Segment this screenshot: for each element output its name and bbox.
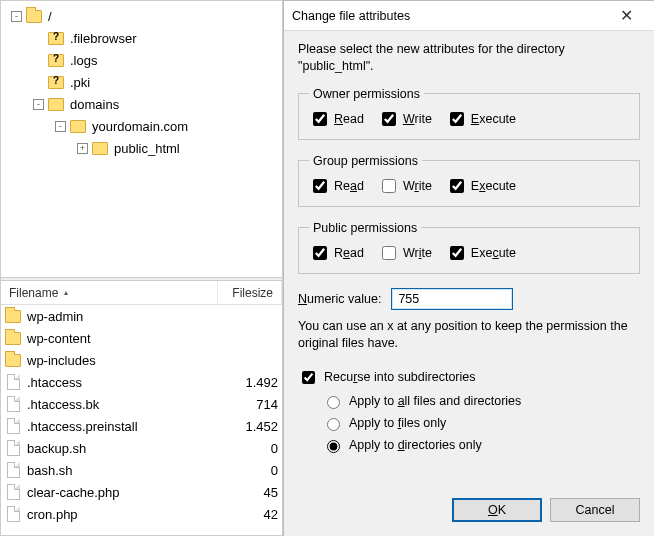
list-item[interactable]: wp-content xyxy=(1,327,282,349)
public-write[interactable]: Write xyxy=(378,243,432,263)
list-item[interactable]: .htaccess1.492 xyxy=(1,371,282,393)
public-read[interactable]: Read xyxy=(309,243,364,263)
tree-node[interactable]: -yourdomain.com xyxy=(1,115,282,137)
folder-icon xyxy=(5,308,21,324)
group-read-checkbox[interactable] xyxy=(313,179,327,193)
file-icon xyxy=(5,374,21,390)
tree-node-label: .logs xyxy=(70,53,97,68)
group-permissions-group: Group permissions Read Write Execute xyxy=(298,154,640,207)
tree-node[interactable]: +public_html xyxy=(1,137,282,159)
list-item[interactable]: backup.sh0 xyxy=(1,437,282,459)
owner-write-checkbox[interactable] xyxy=(382,112,396,126)
tree-node-label: domains xyxy=(70,97,119,112)
dialog-body: Please select the new attributes for the… xyxy=(284,31,654,498)
group-legend: Group permissions xyxy=(309,154,422,168)
ok-button[interactable]: OK xyxy=(452,498,542,522)
dialog-title: Change file attributes xyxy=(292,9,606,23)
owner-execute-checkbox[interactable] xyxy=(450,112,464,126)
collapse-icon[interactable]: - xyxy=(11,11,22,22)
public-execute-checkbox[interactable] xyxy=(450,246,464,260)
group-execute-checkbox[interactable] xyxy=(450,179,464,193)
instruction-pre: Please select the new attributes for the… xyxy=(298,42,565,56)
recurse-opt-dirs-radio[interactable] xyxy=(327,440,340,453)
tree-node-label: public_html xyxy=(114,141,180,156)
recurse-opt-all-radio[interactable] xyxy=(327,396,340,409)
file-name: .htaccess xyxy=(27,375,222,390)
list-item[interactable]: .htaccess.preinstall1.452 xyxy=(1,415,282,437)
numeric-label: Numeric value: xyxy=(298,292,381,306)
tree-node-label: .pki xyxy=(70,75,90,90)
public-permissions-group: Public permissions Read Write Execute xyxy=(298,221,640,274)
tree-spacer xyxy=(33,33,44,44)
collapse-icon[interactable]: - xyxy=(55,121,66,132)
file-size: 714 xyxy=(222,397,278,412)
owner-read[interactable]: Read xyxy=(309,109,364,129)
group-execute[interactable]: Execute xyxy=(446,176,516,196)
recurse-opt-all[interactable]: Apply to all files and directories xyxy=(322,393,640,409)
list-item[interactable]: bash.sh0 xyxy=(1,459,282,481)
group-write[interactable]: Write xyxy=(378,176,432,196)
file-icon xyxy=(5,396,21,412)
dialog-titlebar[interactable]: Change file attributes ✕ xyxy=(284,1,654,31)
file-icon xyxy=(5,418,21,434)
file-size: 0 xyxy=(222,441,278,456)
expand-icon[interactable]: + xyxy=(77,143,88,154)
public-read-checkbox[interactable] xyxy=(313,246,327,260)
owner-write[interactable]: Write xyxy=(378,109,432,129)
file-size: 1.492 xyxy=(222,375,278,390)
public-execute[interactable]: Execute xyxy=(446,243,516,263)
owner-execute[interactable]: Execute xyxy=(446,109,516,129)
sort-asc-icon: ▴ xyxy=(64,288,68,297)
group-write-checkbox[interactable] xyxy=(382,179,396,193)
group-read[interactable]: Read xyxy=(309,176,364,196)
public-legend: Public permissions xyxy=(309,221,421,235)
list-header[interactable]: Filename ▴ Filesize xyxy=(1,281,282,305)
file-name: .htaccess.bk xyxy=(27,397,222,412)
folder-icon xyxy=(5,330,21,346)
folder-icon xyxy=(70,120,86,133)
recurse-opt-dirs[interactable]: Apply to directories only xyxy=(322,437,640,453)
numeric-value-input[interactable] xyxy=(391,288,513,310)
recurse-label[interactable]: Recurse into subdirectories xyxy=(298,368,475,387)
left-pane: -/?.filebrowser?.logs?.pki-domains-yourd… xyxy=(0,0,283,536)
folder-icon xyxy=(92,142,108,155)
file-name: clear-cache.php xyxy=(27,485,222,500)
file-icon xyxy=(5,484,21,500)
file-name: wp-includes xyxy=(27,353,222,368)
owner-read-checkbox[interactable] xyxy=(313,112,327,126)
recurse-opt-files[interactable]: Apply to files only xyxy=(322,415,640,431)
recurse-checkbox[interactable] xyxy=(302,371,315,384)
col-header-filesize[interactable]: Filesize xyxy=(218,281,282,304)
tree-node[interactable]: -domains xyxy=(1,93,282,115)
directory-tree[interactable]: -/?.filebrowser?.logs?.pki-domains-yourd… xyxy=(1,1,282,277)
file-name: backup.sh xyxy=(27,441,222,456)
list-item[interactable]: clear-cache.php45 xyxy=(1,481,282,503)
col-name-label: Filename xyxy=(9,286,58,300)
tree-spacer xyxy=(33,55,44,66)
list-item[interactable]: wp-admin xyxy=(1,305,282,327)
tree-node[interactable]: ?.filebrowser xyxy=(1,27,282,49)
collapse-icon[interactable]: - xyxy=(33,99,44,110)
close-icon[interactable]: ✕ xyxy=(606,6,646,25)
recurse-opt-files-radio[interactable] xyxy=(327,418,340,431)
numeric-value-row: Numeric value: xyxy=(298,288,640,310)
folder-icon: ? xyxy=(48,32,64,45)
cancel-button[interactable]: Cancel xyxy=(550,498,640,522)
list-item[interactable]: wp-includes xyxy=(1,349,282,371)
tree-node-label: .filebrowser xyxy=(70,31,136,46)
tree-node[interactable]: -/ xyxy=(1,5,282,27)
file-name: .htaccess.preinstall xyxy=(27,419,222,434)
tree-node[interactable]: ?.logs xyxy=(1,49,282,71)
col-size-label: Filesize xyxy=(232,286,273,300)
file-name: wp-content xyxy=(27,331,222,346)
file-name: cron.php xyxy=(27,507,222,522)
folder-icon: ? xyxy=(48,76,64,89)
public-write-checkbox[interactable] xyxy=(382,246,396,260)
recurse-block: Recurse into subdirectories Apply to all… xyxy=(298,368,640,453)
tree-node[interactable]: ?.pki xyxy=(1,71,282,93)
list-item[interactable]: cron.php42 xyxy=(1,503,282,525)
list-item[interactable]: .htaccess.bk714 xyxy=(1,393,282,415)
col-header-filename[interactable]: Filename ▴ xyxy=(1,281,218,304)
dialog-buttons: OK Cancel xyxy=(284,498,654,536)
folder-icon xyxy=(48,98,64,111)
